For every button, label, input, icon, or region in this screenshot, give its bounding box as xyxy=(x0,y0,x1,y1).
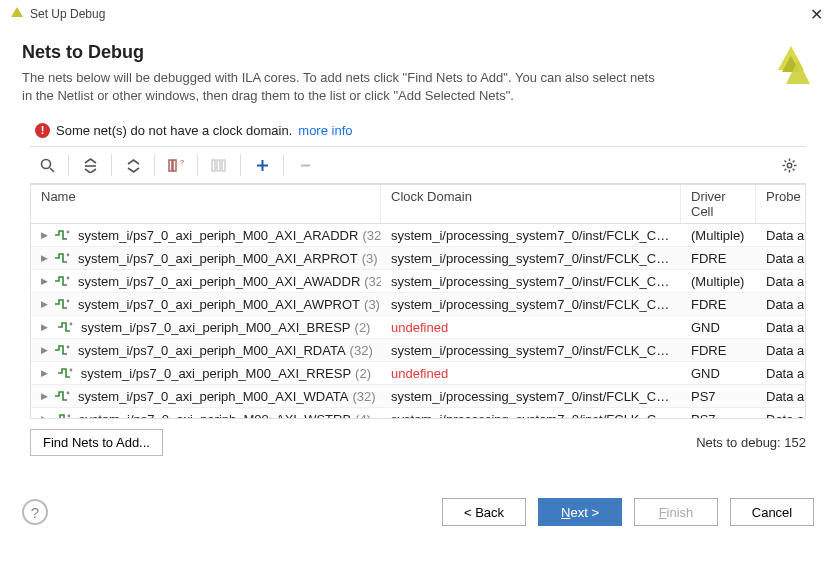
driver-cell: PS7 xyxy=(681,385,756,408)
expand-icon[interactable]: ▶ xyxy=(41,230,48,240)
table-row[interactable]: ▶system_i/ps7_0_axi_periph_M00_AXI_AWPRO… xyxy=(31,293,805,316)
svg-marker-0 xyxy=(11,7,23,17)
clock-domain-cell: undefined xyxy=(381,316,681,339)
expand-icon[interactable]: ▶ xyxy=(41,299,48,309)
table-row[interactable]: ▶system_i/ps7_0_axi_periph_M00_AXI_AWADD… xyxy=(31,270,805,293)
separator xyxy=(240,154,241,176)
separator xyxy=(283,154,284,176)
probe-cell: Data a xyxy=(756,247,805,270)
net-name: system_i/ps7_0_axi_periph_M00_AXI_ARADDR xyxy=(78,228,358,243)
dialog-window: Set Up Debug ✕ Nets to Debug The nets be… xyxy=(0,0,836,566)
clock-domain-cell: system_i/processing_system7_0/inst/FCLK_… xyxy=(381,270,681,293)
add-button[interactable] xyxy=(245,151,279,179)
svg-point-30 xyxy=(67,346,70,349)
window-title: Set Up Debug xyxy=(30,7,806,21)
col-probe[interactable]: Probe xyxy=(756,185,806,224)
probe-cell: Data a xyxy=(756,224,805,247)
net-name: system_i/ps7_0_axi_periph_M00_AXI_RRESP xyxy=(81,366,351,381)
net-count: (32) xyxy=(364,274,381,289)
separator xyxy=(68,154,69,176)
table-row[interactable]: ▶system_i/ps7_0_axi_periph_M00_AXI_ARADD… xyxy=(31,224,805,247)
table-row[interactable]: ▶system_i/ps7_0_axi_periph_M00_AXI_RRESP… xyxy=(31,362,805,385)
warning-banner: ! Some net(s) do not have a clock domain… xyxy=(0,117,836,146)
net-count: (2) xyxy=(355,320,371,335)
net-icon xyxy=(54,252,70,264)
svg-point-27 xyxy=(67,277,70,280)
net-name: system_i/ps7_0_axi_periph_M00_AXI_WDATA xyxy=(78,389,348,404)
table-row[interactable]: ▶system_i/ps7_0_axi_periph_M00_AXI_WSTRB… xyxy=(31,408,805,419)
vendor-logo xyxy=(768,42,814,91)
clock-domain-cell: system_i/processing_system7_0/inst/FCLK_… xyxy=(381,339,681,362)
nets-table: Name Clock Domain Driver Cell Probe ▶sys… xyxy=(30,184,806,419)
net-icon xyxy=(57,321,73,333)
driver-cell: PS7 xyxy=(681,408,756,419)
driver-cell: (Multiple) xyxy=(681,224,756,247)
col-driver[interactable]: Driver Cell xyxy=(681,185,756,224)
net-name: system_i/ps7_0_axi_periph_M00_AXI_WSTRB xyxy=(79,412,351,420)
find-nets-button[interactable]: Find Nets to Add... xyxy=(30,429,163,456)
table-row[interactable]: ▶system_i/ps7_0_axi_periph_M00_AXI_WDATA… xyxy=(31,385,805,408)
clock-domain-cell: system_i/processing_system7_0/inst/FCLK_… xyxy=(381,408,681,419)
net-count: (32) xyxy=(350,343,373,358)
svg-rect-7 xyxy=(169,160,172,171)
svg-rect-12 xyxy=(222,160,225,171)
net-name: system_i/ps7_0_axi_periph_M00_AXI_BRESP xyxy=(81,320,351,335)
close-icon[interactable]: ✕ xyxy=(806,5,826,24)
clock-domain-cell: system_i/processing_system7_0/inst/FCLK_… xyxy=(381,293,681,316)
col-clock[interactable]: Clock Domain xyxy=(381,185,681,224)
table-row[interactable]: ▶system_i/ps7_0_axi_periph_M00_AXI_BRESP… xyxy=(31,316,805,339)
col-name[interactable]: Name xyxy=(31,185,381,224)
svg-point-33 xyxy=(67,415,70,418)
expand-icon[interactable]: ▶ xyxy=(41,391,48,401)
svg-rect-8 xyxy=(173,160,176,171)
svg-line-21 xyxy=(784,160,786,162)
expand-icon[interactable]: ▶ xyxy=(41,253,48,263)
net-icon xyxy=(54,229,70,241)
svg-point-29 xyxy=(70,323,73,326)
next-button[interactable]: Next > xyxy=(538,498,622,526)
more-info-link[interactable]: more info xyxy=(298,123,352,138)
expand-icon[interactable]: ▶ xyxy=(41,276,48,286)
settings-button[interactable] xyxy=(772,151,806,179)
search-button[interactable] xyxy=(30,151,64,179)
net-icon xyxy=(54,344,70,356)
nets-count: Nets to debug: 152 xyxy=(696,435,806,450)
svg-point-31 xyxy=(69,369,72,372)
svg-point-28 xyxy=(67,300,70,303)
select-clock-domain-button[interactable]: ? xyxy=(159,151,193,179)
cancel-button[interactable]: Cancel xyxy=(730,498,814,526)
probe-cell: Data a xyxy=(756,362,805,385)
driver-cell: FDRE xyxy=(681,339,756,362)
group-by-clock-button xyxy=(202,151,236,179)
net-icon xyxy=(54,390,70,402)
back-button[interactable]: < Back xyxy=(442,498,526,526)
expand-icon[interactable]: ▶ xyxy=(41,368,51,378)
collapse-all-button[interactable] xyxy=(73,151,107,179)
svg-point-4 xyxy=(41,159,50,168)
net-count: (2) xyxy=(355,366,371,381)
driver-cell: GND xyxy=(681,362,756,385)
table-body[interactable]: ▶system_i/ps7_0_axi_periph_M00_AXI_ARADD… xyxy=(31,224,805,419)
clock-domain-cell: undefined xyxy=(381,362,681,385)
net-icon xyxy=(55,413,71,419)
expand-icon[interactable]: ▶ xyxy=(41,414,49,419)
svg-text:?: ? xyxy=(180,159,184,166)
svg-rect-11 xyxy=(217,160,220,171)
error-icon: ! xyxy=(35,123,50,138)
finish-button: Finish xyxy=(634,498,718,526)
expand-all-button[interactable] xyxy=(116,151,150,179)
help-icon[interactable]: ? xyxy=(22,499,48,525)
probe-cell: Data a xyxy=(756,385,805,408)
net-name: system_i/ps7_0_axi_periph_M00_AXI_AWPROT xyxy=(78,297,360,312)
net-count: (4) xyxy=(355,412,371,420)
driver-cell: FDRE xyxy=(681,247,756,270)
table-row[interactable]: ▶system_i/ps7_0_axi_periph_M00_AXI_ARPRO… xyxy=(31,247,805,270)
probe-cell: Data a xyxy=(756,293,805,316)
driver-cell: GND xyxy=(681,316,756,339)
table-row[interactable]: ▶system_i/ps7_0_axi_periph_M00_AXI_RDATA… xyxy=(31,339,805,362)
expand-icon[interactable]: ▶ xyxy=(41,345,48,355)
expand-icon[interactable]: ▶ xyxy=(41,322,51,332)
separator xyxy=(154,154,155,176)
svg-line-24 xyxy=(784,169,786,171)
svg-point-26 xyxy=(67,254,70,257)
